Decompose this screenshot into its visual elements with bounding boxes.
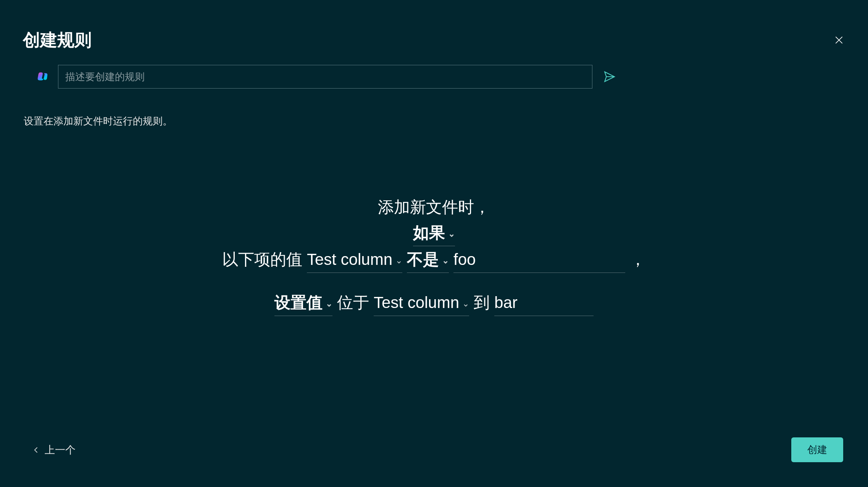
operator-dropdown[interactable]: 不是 ⌄ bbox=[407, 247, 449, 273]
action-column-dropdown[interactable]: Test column ⌄ bbox=[374, 290, 469, 316]
condition-column-dropdown[interactable]: Test column ⌄ bbox=[307, 247, 402, 273]
chevron-left-icon bbox=[32, 446, 40, 454]
action-type-dropdown[interactable]: 设置值 ⌄ bbox=[274, 290, 332, 316]
trigger-text: 添加新文件时， bbox=[378, 195, 490, 219]
rule-action-line: 设置值 ⌄ 位于 Test column ⌄ 到 bar bbox=[0, 290, 868, 316]
chevron-down-icon: ⌄ bbox=[326, 297, 332, 310]
rule-description-text: 设置在添加新文件时运行的规则。 bbox=[24, 114, 173, 128]
rule-trigger-line: 添加新文件时， bbox=[0, 195, 868, 219]
back-button[interactable]: 上一个 bbox=[32, 443, 76, 457]
copilot-icon bbox=[36, 71, 48, 83]
send-icon bbox=[603, 70, 616, 83]
close-icon bbox=[834, 35, 844, 45]
operator-value: 不是 bbox=[407, 247, 439, 272]
ai-input-row bbox=[36, 65, 617, 89]
to-label: 到 bbox=[474, 290, 490, 315]
chevron-down-icon: ⌄ bbox=[448, 227, 455, 240]
chevron-down-icon: ⌄ bbox=[395, 254, 402, 267]
condition-type-label: 如果 bbox=[413, 220, 445, 245]
rule-condition-label-line: 如果 ⌄ bbox=[0, 220, 868, 246]
action-type-label: 设置值 bbox=[274, 290, 323, 315]
chevron-down-icon: ⌄ bbox=[462, 297, 469, 310]
condition-column-value: Test column bbox=[307, 247, 392, 272]
comma-text: ， bbox=[630, 247, 646, 272]
in-label: 位于 bbox=[337, 290, 369, 315]
page-title: 创建规则 bbox=[23, 29, 92, 52]
rule-builder: 添加新文件时， 如果 ⌄ 以下项的值 Test column ⌄ 不是 ⌄ fo… bbox=[0, 195, 868, 317]
condition-type-dropdown[interactable]: 如果 ⌄ bbox=[413, 220, 455, 246]
close-button[interactable] bbox=[833, 34, 845, 46]
chevron-down-icon: ⌄ bbox=[442, 254, 449, 267]
send-button[interactable] bbox=[602, 69, 617, 84]
condition-value-input[interactable]: foo bbox=[453, 247, 625, 273]
rule-description-input[interactable] bbox=[58, 65, 592, 89]
action-column-value: Test column bbox=[374, 290, 459, 315]
dialog-header: 创建规则 bbox=[23, 29, 845, 52]
action-value-input[interactable]: bar bbox=[494, 290, 594, 316]
create-button[interactable]: 创建 bbox=[791, 437, 843, 462]
value-of-label: 以下项的值 bbox=[222, 247, 302, 272]
rule-condition-line: 以下项的值 Test column ⌄ 不是 ⌄ foo ， bbox=[0, 247, 868, 273]
back-label: 上一个 bbox=[45, 443, 76, 457]
dialog-footer: 上一个 创建 bbox=[32, 437, 843, 462]
